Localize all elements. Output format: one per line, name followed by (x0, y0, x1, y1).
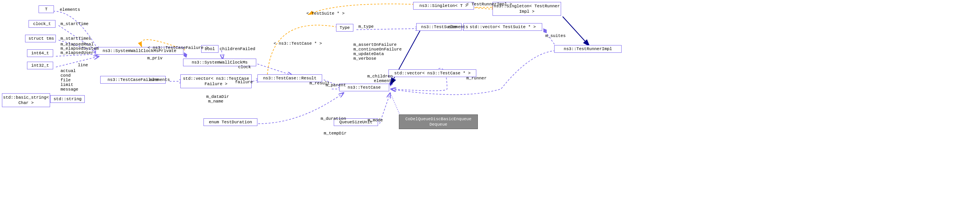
node-test-case: ns3::TestCase (339, 84, 389, 91)
label-elements-3: elements (374, 79, 394, 83)
label-m-temp-dir: m_tempDir (324, 131, 346, 136)
node-vector-test-case: std::vector< ns3::TestCase * > (388, 69, 476, 77)
label-m-parent: m_parent (326, 83, 346, 87)
node-std-string: std::string (50, 95, 85, 103)
label-m-mode: m_mode (368, 118, 383, 123)
label-children-failed: childrenFailed (220, 47, 255, 51)
label-file: file (61, 78, 71, 82)
svg-line-23 (563, 17, 590, 46)
label-m-start-times: m_startTimes (61, 36, 91, 41)
label-m-name: m_name (208, 99, 224, 104)
node-int64-t: int64_t (27, 49, 53, 57)
node-vector-test-suite: std::vector< TestSuite * > (463, 23, 542, 31)
svg-line-14 (257, 64, 293, 76)
node-singleton-t: ns3::Singleton< T > (413, 2, 474, 10)
label-elements-4: elements (448, 25, 468, 29)
node-test-runner-impl: ns3::TestRunnerImpl (554, 45, 622, 53)
node-type: Type (336, 24, 353, 32)
label-failure: failure (235, 80, 253, 84)
label-m-start-time: m_startTime (61, 22, 89, 26)
label-cond: cond (61, 73, 71, 78)
label-m-continue-on-failure: m_continueOnFailure (353, 47, 402, 52)
label-m-type: m_type (358, 24, 374, 29)
label-test-runner-impl: < TestRunnerImpl > (466, 2, 512, 7)
node-T: T (39, 5, 54, 13)
node-clock-t: clock_t (29, 20, 55, 28)
label-test-case-failure-arrow: < ns3::TestCaseFailure > (148, 45, 208, 50)
label-test-case-arrow: < ns3::TestCase * > (274, 41, 322, 46)
diagram-container: T clock_t struct tms int64_t int32_t ns3… (0, 0, 980, 200)
label-m-children: m_children (367, 74, 393, 79)
label-m-duration: m_duration (321, 116, 346, 121)
label-m-verbose: m_verbose (353, 56, 376, 61)
label-clock: clock (238, 65, 251, 69)
label-m-suites: m_suites (545, 34, 566, 38)
label-m-runner: m_runner (466, 76, 487, 81)
label-m-data-dir: m_dataDir (206, 94, 229, 99)
label-limit: limit (61, 82, 73, 87)
label-elements-2: elements (150, 77, 170, 82)
node-basic-string: std::basic_string<Char > (2, 93, 50, 107)
label-m-elapsed-user: m_elapsedUser (61, 50, 94, 55)
label-message: message (61, 87, 78, 92)
label-line: line (78, 63, 88, 67)
label-actual: actual (61, 69, 76, 73)
label-m-priv: m_priv (147, 56, 163, 61)
label-test-suite-arrow: < TestSuite * > (306, 11, 345, 16)
label-m-assert-on-failure: m_assertOnFailure (353, 42, 397, 47)
node-codel-queue: CoDelQueueDiscBasicEnqueueDequeue (399, 114, 478, 129)
node-struct-tms: struct tms (25, 35, 56, 42)
node-int32-t: int32_t (27, 62, 53, 69)
label-m-update-data: m_updateData (353, 52, 384, 56)
label-elements-1: elements (60, 7, 80, 12)
node-enum-test-duration: enum TestDuration (203, 118, 257, 126)
